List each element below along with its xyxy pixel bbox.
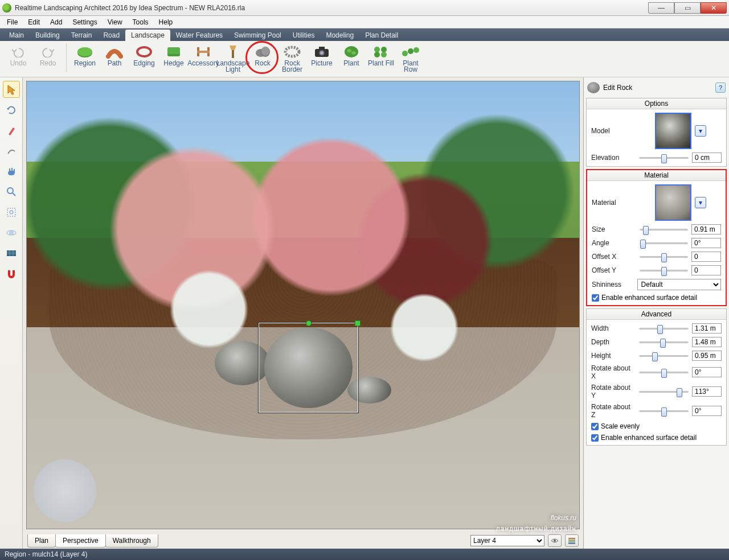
minimize-button[interactable]: — (648, 2, 674, 14)
accessory-icon (194, 44, 212, 59)
menu-view[interactable]: View (103, 17, 127, 27)
left-toolbar (0, 77, 23, 549)
region-icon (76, 44, 94, 59)
redo-button[interactable]: Redo (34, 43, 62, 67)
offsetx-value[interactable]: 0 (691, 252, 721, 262)
marker-tool[interactable] (3, 122, 20, 139)
depth-value[interactable]: 1.48 m (692, 337, 722, 347)
hedge-button[interactable]: Hedge (160, 43, 187, 67)
3d-viewport[interactable] (26, 81, 580, 529)
edging-button[interactable]: Edging (130, 43, 158, 67)
size-slider[interactable] (640, 229, 688, 230)
elevation-value[interactable]: 0 cm (692, 153, 722, 163)
svg-point-34 (9, 230, 14, 235)
material-dropdown[interactable]: ▾ (695, 197, 706, 208)
model-preview[interactable] (655, 113, 691, 149)
solar-tool[interactable] (3, 245, 20, 262)
plant-button[interactable]: Plant (338, 43, 365, 67)
viewtab-walkthrough[interactable]: Walkthrough (105, 534, 158, 547)
viewtab-plan[interactable]: Plan (27, 534, 56, 547)
path-icon (105, 44, 124, 59)
plant-row-button[interactable]: Plant Row (397, 43, 424, 73)
rock-button[interactable]: Rock (249, 43, 276, 67)
angle-slider[interactable] (640, 242, 688, 244)
maximize-button[interactable]: ▭ (674, 2, 701, 14)
orbit-tool[interactable] (3, 224, 20, 241)
undo-button[interactable]: Undo (5, 43, 32, 67)
offsetx-slider[interactable] (640, 256, 688, 258)
tab-road[interactable]: Road (97, 30, 125, 41)
height-value[interactable]: 0.95 m (692, 351, 722, 361)
svg-rect-10 (232, 50, 234, 58)
select-tool[interactable] (3, 81, 20, 98)
zoom-tool[interactable] (3, 183, 20, 200)
shininess-label: Shininess (592, 281, 634, 289)
size-value[interactable]: 0.91 m (691, 224, 721, 234)
tab-utilities[interactable]: Utilities (287, 30, 321, 41)
material-header: Material (587, 170, 726, 181)
model-label: Model (591, 127, 636, 135)
tab-building[interactable]: Building (30, 30, 65, 41)
tab-plan-detail[interactable]: Plan Detail (359, 30, 404, 41)
menu-settings[interactable]: Settings (68, 17, 101, 27)
rock-border-button[interactable]: Rock Border (279, 43, 306, 73)
walk-navigator[interactable] (34, 459, 96, 522)
close-button[interactable]: ✕ (701, 2, 727, 14)
svg-rect-41 (568, 538, 575, 540)
zoom-extents-tool[interactable] (3, 204, 20, 221)
depth-slider[interactable] (639, 341, 689, 343)
svg-rect-8 (197, 47, 199, 51)
menu-help[interactable]: Help (154, 17, 178, 27)
selection-gizmo[interactable] (259, 323, 358, 412)
snap-tool[interactable] (3, 265, 20, 282)
scale-evenly-checkbox[interactable] (591, 423, 599, 430)
pan-tool[interactable] (3, 163, 20, 180)
rotz-slider[interactable] (639, 410, 689, 412)
tab-terrain[interactable]: Terrain (65, 30, 98, 41)
offsety-slider[interactable] (640, 270, 688, 271)
enhanced-detail-checkbox[interactable] (592, 294, 599, 302)
rotx-value[interactable]: 0° (692, 367, 722, 377)
picture-button[interactable]: Picture (308, 43, 335, 67)
tab-main[interactable]: Main (3, 30, 30, 41)
offsety-value[interactable]: 0 (691, 265, 721, 275)
menu-edit[interactable]: Edit (23, 17, 44, 27)
tab-modeling[interactable]: Modeling (320, 30, 359, 41)
pick-tool[interactable] (3, 142, 20, 159)
menu-file[interactable]: File (2, 17, 22, 27)
tab-water-features[interactable]: Water Features (170, 30, 228, 41)
layer-manage-button[interactable] (565, 534, 579, 547)
model-dropdown[interactable]: ▾ (695, 125, 706, 137)
roty-value[interactable]: 113° (692, 386, 722, 397)
svg-point-28 (413, 47, 419, 53)
elevation-slider[interactable] (639, 157, 689, 159)
enhanced-detail2-checkbox[interactable] (591, 434, 599, 442)
path-button[interactable]: Path (101, 43, 128, 67)
svg-point-24 (374, 52, 380, 57)
menu-tools[interactable]: Tools (128, 17, 153, 27)
layer-select[interactable]: Layer 4 (470, 535, 544, 546)
landscape-light-button[interactable]: Landscape Light (219, 43, 247, 73)
svg-point-1 (77, 47, 92, 56)
accessory-button[interactable]: Accessory (190, 43, 217, 67)
rotx-slider[interactable] (639, 372, 689, 373)
width-value[interactable]: 1.31 m (692, 323, 722, 333)
tab-swimming-pool[interactable]: Swimming Pool (228, 30, 287, 41)
roty-slider[interactable] (639, 391, 689, 393)
rotate-tool[interactable] (3, 101, 20, 118)
plant-fill-button[interactable]: Plant Fill (367, 43, 395, 67)
shininess-select[interactable]: Default (637, 279, 721, 290)
viewtab-perspective[interactable]: Perspective (55, 534, 106, 547)
menu-add[interactable]: Add (46, 17, 67, 27)
material-preview[interactable] (655, 184, 691, 221)
region-button[interactable]: Region (71, 43, 99, 67)
height-slider[interactable] (639, 355, 689, 357)
angle-value[interactable]: 0° (691, 238, 721, 248)
help-button[interactable]: ? (715, 83, 726, 93)
rotz-value[interactable]: 0° (692, 406, 722, 416)
shrub (369, 287, 480, 368)
enhanced-detail-label: Enable enhanced surface detail (601, 294, 697, 302)
tab-landscape[interactable]: Landscape (125, 30, 170, 41)
width-slider[interactable] (639, 328, 689, 330)
layer-visibility-button[interactable] (548, 534, 562, 547)
